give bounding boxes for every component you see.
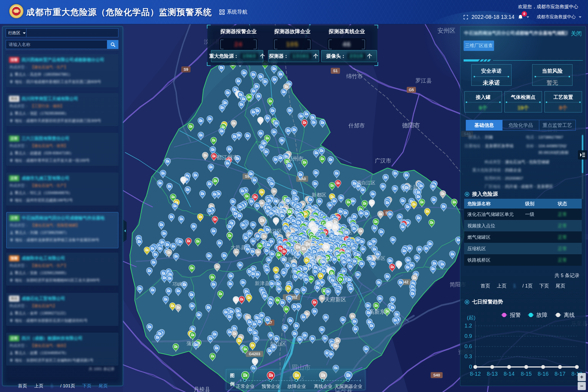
svg-text:绵竹市: 绵竹市 xyxy=(346,73,363,79)
svg-text:广汉市: 广汉市 xyxy=(375,158,391,164)
svg-text:邛崃市: 邛崃市 xyxy=(172,281,187,287)
svg-text:0.6: 0.6 xyxy=(464,343,472,349)
svg-text:锦江区: 锦江区 xyxy=(338,247,353,253)
svg-text:0.9: 0.9 xyxy=(464,333,472,339)
svg-text:S1: S1 xyxy=(333,69,338,73)
svg-text:故障: 故障 xyxy=(537,312,547,318)
svg-text:成华区: 成华区 xyxy=(338,230,353,235)
svg-text:8-14: 8-14 xyxy=(504,371,514,377)
svg-text:1.2: 1.2 xyxy=(464,323,472,329)
svg-text:S40: S40 xyxy=(433,373,440,377)
svg-text:高新西区: 高新西区 xyxy=(275,209,295,214)
svg-text:8-13: 8-13 xyxy=(487,371,498,377)
svg-text:金牛区: 金牛区 xyxy=(306,226,321,231)
svg-text:双流区: 双流区 xyxy=(283,257,297,262)
svg-text:8-12: 8-12 xyxy=(470,371,481,377)
svg-text:青白江区: 青白江区 xyxy=(357,180,375,185)
svg-text:0: 0 xyxy=(469,364,472,370)
svg-text:(起): (起) xyxy=(467,315,476,320)
svg-text:高新东区: 高新东区 xyxy=(369,309,391,315)
svg-text:高新南区: 高新南区 xyxy=(310,258,329,264)
svg-text:大邑县: 大邑县 xyxy=(231,245,246,250)
svg-text:8-17: 8-17 xyxy=(555,371,565,377)
svg-text:G5: G5 xyxy=(409,88,414,92)
svg-text:丹棱县: 丹棱县 xyxy=(194,386,210,392)
svg-text:青羊区: 青羊区 xyxy=(308,242,323,247)
svg-text:G4203: G4203 xyxy=(249,352,260,356)
svg-text:S9: S9 xyxy=(183,67,188,72)
svg-text:蒲江县: 蒲江县 xyxy=(186,341,201,346)
svg-text:温江区: 温江区 xyxy=(267,228,282,234)
svg-text:都江堰市: 都江堰市 xyxy=(216,154,238,160)
svg-text:8-15: 8-15 xyxy=(521,371,532,377)
svg-text:新津县: 新津县 xyxy=(255,281,270,286)
svg-text:金堂县: 金堂县 xyxy=(402,184,418,190)
svg-text:郫都区: 郫都区 xyxy=(275,199,290,204)
svg-text:什邡市: 什邡市 xyxy=(348,122,365,128)
svg-text:德阳市: 德阳市 xyxy=(402,122,420,129)
svg-text:龙泉驿区: 龙泉驿区 xyxy=(366,256,385,261)
svg-text:报警: 报警 xyxy=(510,312,521,318)
svg-text:0.3: 0.3 xyxy=(464,353,472,359)
svg-text:离线: 离线 xyxy=(564,312,575,318)
svg-text:8-16: 8-16 xyxy=(538,371,549,377)
svg-text:彭州市: 彭州市 xyxy=(287,156,304,162)
svg-text:彭山区: 彭山区 xyxy=(270,341,286,347)
svg-text:天府新区: 天府新区 xyxy=(324,296,346,302)
svg-text:罗江县: 罗江县 xyxy=(415,78,432,84)
svg-text:新都区: 新都区 xyxy=(312,192,326,198)
